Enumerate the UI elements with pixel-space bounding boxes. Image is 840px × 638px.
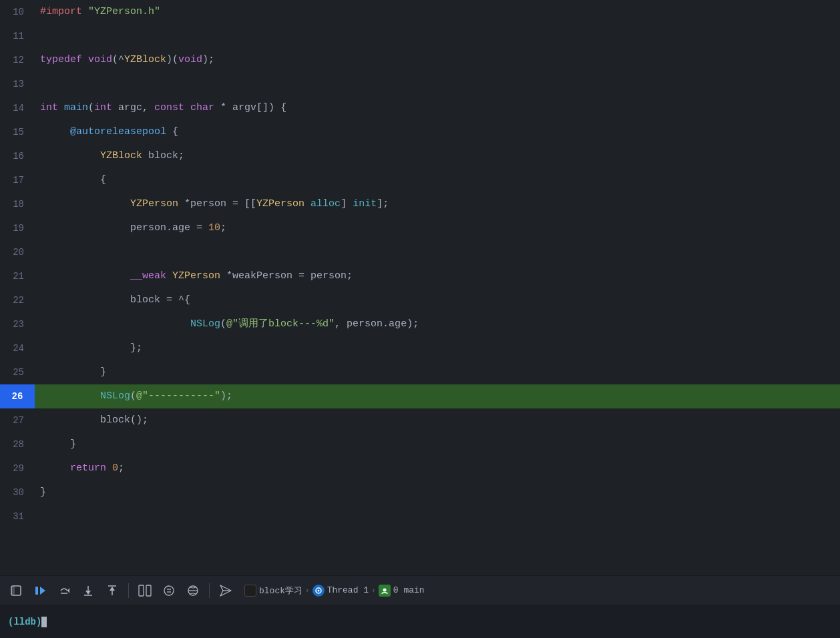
line-number-13: 13: [0, 72, 35, 96]
svg-marker-8: [110, 587, 115, 591]
separator-2: [209, 583, 210, 598]
line-content-23: NSLog(@"调用了block---%d", person.age);: [35, 312, 419, 336]
code-line-27: 27 block();: [0, 408, 840, 432]
hide-panel-button[interactable]: [5, 580, 27, 601]
swap-view-button[interactable]: [134, 580, 156, 601]
line-content-31: [35, 505, 46, 529]
line-number-24: 24: [0, 336, 35, 360]
continue-button[interactable]: [29, 580, 51, 601]
line-number-27: 27: [0, 408, 35, 432]
line-number-25: 25: [0, 360, 35, 384]
line-content-19: person.age = 10;: [35, 216, 226, 240]
code-line-29: 29 return 0;: [0, 456, 840, 481]
debug-toolbar: block学习 › Thread 1 › 0 main: [0, 575, 840, 605]
code-line-28: 28 }: [0, 432, 840, 456]
breadcrumb-thread-label: Thread 1: [327, 585, 369, 595]
cursor: [41, 617, 47, 627]
line-number-17: 17: [0, 168, 35, 192]
line-number-29: 29: [0, 456, 35, 481]
svg-marker-6: [85, 591, 91, 595]
line-content-25: }: [35, 360, 106, 384]
line-number-28: 28: [0, 432, 35, 456]
view-options-button[interactable]: [182, 580, 204, 601]
line-content-14: int main(int argc, const char * argv[]) …: [35, 96, 286, 120]
line-content-26: NSLog(@"-----------");: [35, 384, 232, 408]
code-line-24: 24 };: [0, 336, 840, 360]
code-line-25: 25 }: [0, 360, 840, 384]
code-line-16: 16 YZBlock block;: [0, 144, 840, 168]
line-content-15: @autoreleasepool {: [35, 120, 178, 144]
line-number-30: 30: [0, 481, 35, 505]
line-content-11: [35, 24, 46, 48]
line-content-13: [35, 72, 46, 96]
line-number-14: 14: [0, 96, 35, 120]
line-number-19: 19: [0, 216, 35, 240]
line-content-29: return 0;: [35, 456, 124, 481]
svg-point-12: [164, 586, 174, 595]
debug-console[interactable]: (lldb): [0, 605, 840, 638]
share-button[interactable]: [215, 580, 236, 601]
code-line-23: 23 NSLog(@"调用了block---%d", person.age);: [0, 312, 840, 336]
line-number-26: 26: [0, 384, 35, 408]
line-number-20: 20: [0, 240, 35, 264]
code-editor: 10#import "YZPerson.h"11 12typedef void(…: [0, 0, 840, 575]
line-content-18: YZPerson *person = [[YZPerson alloc] ini…: [35, 192, 389, 216]
code-line-30: 30}: [0, 481, 840, 505]
breadcrumb: block学习 › Thread 1 › 0 main: [244, 585, 425, 597]
line-number-22: 22: [0, 288, 35, 312]
step-out-button[interactable]: [101, 580, 123, 601]
code-line-10: 10#import "YZPerson.h": [0, 0, 840, 24]
svg-point-21: [383, 588, 386, 591]
step-in-button[interactable]: [77, 580, 99, 601]
line-number-21: 21: [0, 264, 35, 288]
breadcrumb-thread[interactable]: Thread 1: [312, 585, 369, 597]
code-line-18: 18 YZPerson *person = [[YZPerson alloc] …: [0, 192, 840, 216]
svg-point-20: [317, 589, 319, 591]
separator-1: [128, 583, 129, 598]
breadcrumb-chevron-1: ›: [305, 587, 310, 595]
line-number-11: 11: [0, 24, 35, 48]
line-content-20: [35, 240, 46, 264]
code-line-22: 22 block = ^{: [0, 288, 840, 312]
breadcrumb-frame[interactable]: 0 main: [379, 585, 425, 597]
svg-rect-10: [139, 585, 144, 596]
variable-inspector-button[interactable]: [158, 580, 180, 601]
line-content-16: YZBlock block;: [35, 144, 184, 168]
line-content-27: block();: [35, 408, 148, 432]
breadcrumb-frame-name: main: [403, 585, 424, 595]
line-content-22: block = ^{: [35, 288, 190, 312]
code-line-21: 21 __weak YZPerson *weakPerson = person;: [0, 264, 840, 288]
svg-marker-4: [67, 588, 69, 593]
line-number-31: 31: [0, 505, 35, 529]
breadcrumb-app-name: block学习: [259, 585, 302, 597]
code-line-20: 20: [0, 240, 840, 264]
line-number-23: 23: [0, 312, 35, 336]
breadcrumb-frame-number: 0: [393, 585, 399, 595]
svg-rect-1: [11, 586, 15, 595]
line-content-30: }: [35, 481, 46, 505]
line-content-10: #import "YZPerson.h": [35, 0, 160, 24]
breadcrumb-app[interactable]: block学习: [244, 585, 302, 597]
step-over-button[interactable]: [53, 580, 75, 601]
code-line-11: 11: [0, 24, 840, 48]
line-content-12: typedef void(^YZBlock)(void);: [35, 48, 214, 72]
lldb-prompt: (lldb): [8, 617, 41, 627]
svg-rect-2: [35, 587, 38, 595]
breadcrumb-chevron-2: ›: [371, 587, 376, 595]
line-content-28: }: [35, 432, 76, 456]
code-line-19: 19 person.age = 10;: [0, 216, 840, 240]
line-content-24: };: [35, 336, 142, 360]
line-content-17: {: [35, 168, 106, 192]
code-line-31: 31: [0, 505, 840, 529]
line-number-10: 10: [0, 0, 35, 24]
code-line-15: 15 @autoreleasepool {: [0, 120, 840, 144]
line-number-12: 12: [0, 48, 35, 72]
line-number-16: 16: [0, 144, 35, 168]
code-line-14: 14int main(int argc, const char * argv[]…: [0, 96, 840, 120]
code-line-26: 26 NSLog(@"-----------");: [0, 384, 840, 408]
code-line-12: 12typedef void(^YZBlock)(void);: [0, 48, 840, 72]
code-line-17: 17 {: [0, 168, 840, 192]
line-content-21: __weak YZPerson *weakPerson = person;: [35, 264, 353, 288]
line-number-18: 18: [0, 192, 35, 216]
svg-rect-11: [146, 585, 151, 596]
